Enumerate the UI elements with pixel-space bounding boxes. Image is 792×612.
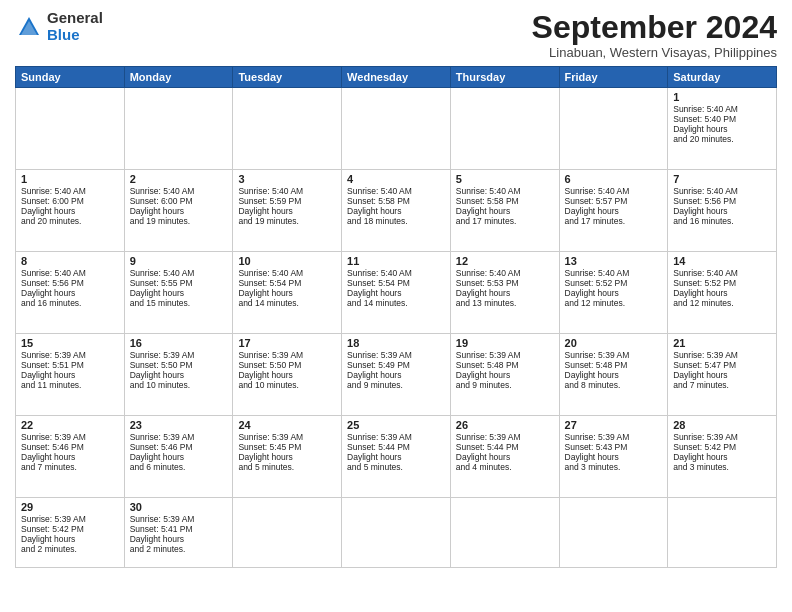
daylight-label: Daylight hours xyxy=(565,288,663,298)
calendar-cell xyxy=(342,498,451,568)
daylight-label: Daylight hours xyxy=(347,206,445,216)
sunrise-line: Sunrise: 5:39 AM xyxy=(238,432,336,442)
calendar-cell: 10Sunrise: 5:40 AMSunset: 5:54 PMDayligh… xyxy=(233,252,342,334)
daylight-value: and 17 minutes. xyxy=(456,216,554,226)
calendar-cell: 24Sunrise: 5:39 AMSunset: 5:45 PMDayligh… xyxy=(233,416,342,498)
day-number: 12 xyxy=(456,255,554,267)
day-number: 8 xyxy=(21,255,119,267)
calendar-cell: 19Sunrise: 5:39 AMSunset: 5:48 PMDayligh… xyxy=(450,334,559,416)
calendar-cell: 16Sunrise: 5:39 AMSunset: 5:50 PMDayligh… xyxy=(124,334,233,416)
logo-general: General xyxy=(47,10,103,27)
sunrise-line: Sunrise: 5:39 AM xyxy=(130,350,228,360)
daylight-label: Daylight hours xyxy=(673,124,771,134)
calendar-cell: 5Sunrise: 5:40 AMSunset: 5:58 PMDaylight… xyxy=(450,170,559,252)
calendar-cell xyxy=(668,498,777,568)
daylight-label: Daylight hours xyxy=(21,288,119,298)
sunset-line: Sunset: 5:42 PM xyxy=(21,524,119,534)
daylight-label: Daylight hours xyxy=(456,452,554,462)
sunset-line: Sunset: 5:45 PM xyxy=(238,442,336,452)
daylight-label: Daylight hours xyxy=(565,206,663,216)
calendar-cell xyxy=(233,498,342,568)
sunrise-line: Sunrise: 5:39 AM xyxy=(130,514,228,524)
calendar-cell: 4Sunrise: 5:40 AMSunset: 5:58 PMDaylight… xyxy=(342,170,451,252)
daylight-value: and 3 minutes. xyxy=(565,462,663,472)
sunset-line: Sunset: 5:42 PM xyxy=(673,442,771,452)
day-number: 22 xyxy=(21,419,119,431)
logo-icon xyxy=(15,13,43,41)
col-header-saturday: Saturday xyxy=(668,67,777,88)
sunrise-line: Sunrise: 5:40 AM xyxy=(130,186,228,196)
daylight-label: Daylight hours xyxy=(456,206,554,216)
sunrise-line: Sunrise: 5:39 AM xyxy=(21,514,119,524)
sunset-line: Sunset: 5:56 PM xyxy=(673,196,771,206)
daylight-value: and 14 minutes. xyxy=(238,298,336,308)
week-row-4: 22Sunrise: 5:39 AMSunset: 5:46 PMDayligh… xyxy=(16,416,777,498)
calendar-cell: 29Sunrise: 5:39 AMSunset: 5:42 PMDayligh… xyxy=(16,498,125,568)
daylight-label: Daylight hours xyxy=(130,288,228,298)
day-number: 27 xyxy=(565,419,663,431)
calendar-cell: 25Sunrise: 5:39 AMSunset: 5:44 PMDayligh… xyxy=(342,416,451,498)
sunset-line: Sunset: 6:00 PM xyxy=(21,196,119,206)
daylight-label: Daylight hours xyxy=(673,288,771,298)
calendar-table: SundayMondayTuesdayWednesdayThursdayFrid… xyxy=(15,66,777,568)
daylight-value: and 8 minutes. xyxy=(565,380,663,390)
daylight-value: and 5 minutes. xyxy=(238,462,336,472)
calendar-cell: 13Sunrise: 5:40 AMSunset: 5:52 PMDayligh… xyxy=(559,252,668,334)
day-number: 14 xyxy=(673,255,771,267)
calendar-cell: 20Sunrise: 5:39 AMSunset: 5:48 PMDayligh… xyxy=(559,334,668,416)
daylight-label: Daylight hours xyxy=(21,370,119,380)
sunrise-line: Sunrise: 5:39 AM xyxy=(21,432,119,442)
day-number: 7 xyxy=(673,173,771,185)
daylight-label: Daylight hours xyxy=(21,452,119,462)
calendar-cell: 2Sunrise: 5:40 AMSunset: 6:00 PMDaylight… xyxy=(124,170,233,252)
daylight-label: Daylight hours xyxy=(21,534,119,544)
daylight-value: and 3 minutes. xyxy=(673,462,771,472)
daylight-value: and 20 minutes. xyxy=(673,134,771,144)
col-header-thursday: Thursday xyxy=(450,67,559,88)
day-number: 26 xyxy=(456,419,554,431)
daylight-value: and 14 minutes. xyxy=(347,298,445,308)
day-number: 5 xyxy=(456,173,554,185)
sunrise-line: Sunrise: 5:39 AM xyxy=(673,432,771,442)
daylight-value: and 9 minutes. xyxy=(347,380,445,390)
logo: General Blue xyxy=(15,10,103,43)
calendar-cell: 3Sunrise: 5:40 AMSunset: 5:59 PMDaylight… xyxy=(233,170,342,252)
daylight-value: and 2 minutes. xyxy=(130,544,228,554)
calendar-cell: 7Sunrise: 5:40 AMSunset: 5:56 PMDaylight… xyxy=(668,170,777,252)
day-number: 6 xyxy=(565,173,663,185)
daylight-value: and 16 minutes. xyxy=(673,216,771,226)
calendar-cell: 18Sunrise: 5:39 AMSunset: 5:49 PMDayligh… xyxy=(342,334,451,416)
month-title: September 2024 xyxy=(532,10,777,45)
day-number: 3 xyxy=(238,173,336,185)
sunset-line: Sunset: 5:54 PM xyxy=(238,278,336,288)
sunset-line: Sunset: 5:56 PM xyxy=(21,278,119,288)
sunrise-line: Sunrise: 5:39 AM xyxy=(456,432,554,442)
day-number: 30 xyxy=(130,501,228,513)
calendar-cell xyxy=(16,88,125,170)
daylight-label: Daylight hours xyxy=(130,452,228,462)
sunrise-line: Sunrise: 5:40 AM xyxy=(565,268,663,278)
calendar-cell: 17Sunrise: 5:39 AMSunset: 5:50 PMDayligh… xyxy=(233,334,342,416)
daylight-label: Daylight hours xyxy=(456,370,554,380)
day-number: 10 xyxy=(238,255,336,267)
daylight-value: and 5 minutes. xyxy=(347,462,445,472)
day-number: 1 xyxy=(673,91,771,103)
week-row-3: 15Sunrise: 5:39 AMSunset: 5:51 PMDayligh… xyxy=(16,334,777,416)
title-block: September 2024 Linabuan, Western Visayas… xyxy=(532,10,777,60)
sunrise-line: Sunrise: 5:39 AM xyxy=(238,350,336,360)
sunrise-line: Sunrise: 5:39 AM xyxy=(565,350,663,360)
sunrise-line: Sunrise: 5:39 AM xyxy=(673,350,771,360)
sunrise-line: Sunrise: 5:39 AM xyxy=(347,350,445,360)
location-title: Linabuan, Western Visayas, Philippines xyxy=(532,45,777,60)
day-number: 11 xyxy=(347,255,445,267)
calendar-cell: 1Sunrise: 5:40 AMSunset: 5:40 PMDaylight… xyxy=(668,88,777,170)
sunset-line: Sunset: 5:51 PM xyxy=(21,360,119,370)
daylight-value: and 19 minutes. xyxy=(238,216,336,226)
week-row-0: 1Sunrise: 5:40 AMSunset: 5:40 PMDaylight… xyxy=(16,88,777,170)
logo-text: General Blue xyxy=(47,10,103,43)
calendar-cell: 8Sunrise: 5:40 AMSunset: 5:56 PMDaylight… xyxy=(16,252,125,334)
sunrise-line: Sunrise: 5:40 AM xyxy=(130,268,228,278)
sunset-line: Sunset: 5:50 PM xyxy=(130,360,228,370)
sunset-line: Sunset: 5:41 PM xyxy=(130,524,228,534)
daylight-label: Daylight hours xyxy=(565,370,663,380)
